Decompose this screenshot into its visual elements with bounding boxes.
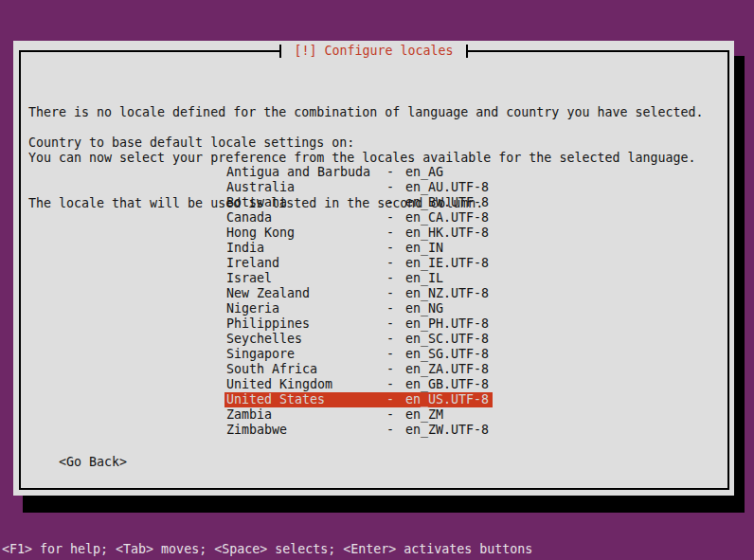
locale-list-item[interactable]: Zimbabwe-en_ZW.UTF-8 [224, 423, 493, 438]
separator-dash: - [386, 271, 394, 286]
locale-code: en_NG [405, 301, 443, 316]
separator-dash: - [386, 226, 394, 241]
separator-dash: - [386, 241, 394, 256]
separator-dash: - [386, 392, 394, 407]
separator-dash: - [386, 301, 394, 316]
country-label: Zimbabwe [226, 423, 287, 438]
country-label: South Africa [226, 362, 317, 377]
country-label: United Kingdom [226, 377, 332, 392]
locale-code: en_SC.UTF-8 [405, 332, 489, 347]
locale-prompt: Country to base default locale settings … [28, 135, 354, 151]
locale-list-item[interactable]: New Zealand-en_NZ.UTF-8 [224, 286, 493, 301]
separator-dash: - [386, 165, 394, 180]
locale-list-item[interactable]: India-en_IN [224, 241, 493, 256]
separator-dash: - [386, 377, 394, 392]
locale-code: en_HK.UTF-8 [405, 226, 489, 241]
help-bar: <F1> for help; <Tab> moves; <Space> sele… [2, 542, 532, 557]
locale-list-item[interactable]: Israel-en_IL [224, 271, 493, 286]
locale-list-item[interactable]: Ireland-en_IE.UTF-8 [224, 256, 493, 271]
locale-code: en_ZA.UTF-8 [405, 362, 489, 377]
country-label: Singapore [226, 347, 295, 362]
locale-list-item[interactable]: Australia-en_AU.UTF-8 [224, 180, 493, 195]
locale-list-item[interactable]: South Africa-en_ZA.UTF-8 [224, 362, 493, 377]
locale-list-item[interactable]: Singapore-en_SG.UTF-8 [224, 347, 493, 362]
description-line-1: There is no locale defined for the combi… [28, 105, 703, 120]
separator-dash: - [386, 256, 394, 271]
separator-dash: - [386, 407, 394, 423]
separator-dash: - [386, 180, 394, 195]
locale-code: en_AU.UTF-8 [405, 180, 489, 195]
locale-code: en_AG [405, 165, 443, 180]
country-label: Seychelles [226, 332, 302, 347]
configure-locales-dialog: [!] Configure locales There is no locale… [13, 41, 734, 496]
country-label: Australia [226, 180, 295, 195]
country-label: New Zealand [226, 286, 310, 301]
locale-code: en_BW.UTF-8 [405, 195, 489, 210]
locale-code: en_CA.UTF-8 [405, 210, 489, 226]
country-label: Hong Kong [226, 226, 295, 241]
description-line-2: You can now select your preference from … [28, 151, 703, 166]
country-label: India [226, 241, 264, 256]
locale-code: en_PH.UTF-8 [405, 316, 489, 332]
separator-dash: - [386, 286, 394, 301]
locale-code: en_ZW.UTF-8 [405, 423, 489, 438]
separator-dash: - [386, 347, 394, 362]
go-back-button[interactable]: <Go Back> [59, 455, 127, 470]
separator-dash: - [386, 316, 394, 332]
locale-list-item[interactable]: Canada-en_CA.UTF-8 [224, 210, 493, 226]
locale-code: en_IE.UTF-8 [405, 256, 489, 271]
locale-list-item[interactable]: Hong Kong-en_HK.UTF-8 [224, 226, 493, 241]
country-label: Canada [226, 210, 272, 226]
locale-list-item[interactable]: Nigeria-en_NG [224, 301, 493, 316]
country-label: Zambia [226, 407, 272, 423]
country-label: Philippines [226, 316, 310, 332]
locale-list-item[interactable]: Botswana-en_BW.UTF-8 [224, 195, 493, 210]
separator-dash: - [386, 362, 394, 377]
locale-code: en_ZM [405, 407, 443, 423]
country-label: Israel [226, 271, 272, 286]
country-label: Botswana [226, 195, 287, 210]
locale-code: en_GB.UTF-8 [405, 377, 489, 392]
locale-list: Antigua and Barbuda-en_AGAustralia-en_AU… [224, 165, 493, 438]
separator-dash: - [386, 210, 394, 226]
locale-list-item-selected[interactable]: United States-en_US.UTF-8 [224, 392, 493, 407]
locale-code: en_IL [405, 271, 443, 286]
locale-list-item[interactable]: Antigua and Barbuda-en_AG [224, 165, 493, 180]
country-label: United States [226, 392, 325, 407]
locale-list-item[interactable]: United Kingdom-en_GB.UTF-8 [224, 377, 493, 392]
locale-list-item[interactable]: Philippines-en_PH.UTF-8 [224, 316, 493, 332]
installer-screen: { "screen": { "background_color": "#6e27… [0, 0, 754, 560]
separator-dash: - [386, 195, 394, 210]
separator-dash: - [386, 332, 394, 347]
country-label: Nigeria [226, 301, 279, 316]
locale-code: en_NZ.UTF-8 [405, 286, 489, 301]
country-label: Ireland [226, 256, 279, 271]
locale-code: en_IN [405, 241, 443, 256]
locale-list-item[interactable]: Seychelles-en_SC.UTF-8 [224, 332, 493, 347]
country-label: Antigua and Barbuda [226, 165, 370, 180]
locale-code: en_SG.UTF-8 [405, 347, 489, 362]
separator-dash: - [386, 423, 394, 438]
locale-list-item[interactable]: Zambia-en_ZM [224, 407, 493, 423]
locale-code: en_US.UTF-8 [405, 392, 489, 407]
